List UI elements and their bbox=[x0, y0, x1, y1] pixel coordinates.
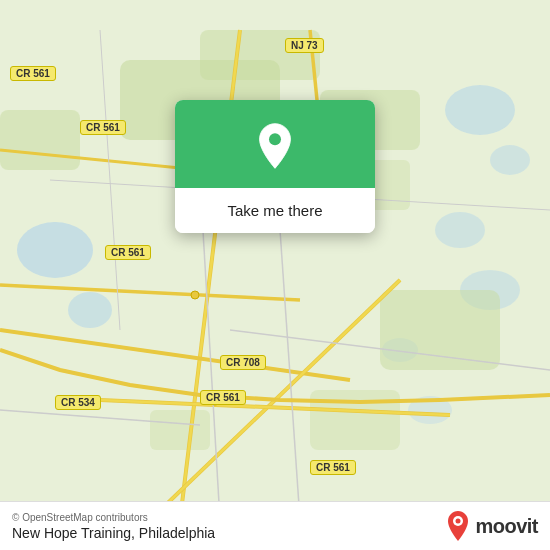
location-pin-icon bbox=[251, 122, 299, 170]
moovit-logo: moovit bbox=[445, 510, 538, 542]
popup-card: Take me there bbox=[175, 100, 375, 233]
road-label-cr561-top-left: CR 561 bbox=[10, 66, 56, 81]
take-me-there-button[interactable]: Take me there bbox=[175, 188, 375, 233]
bottom-bar: © OpenStreetMap contributors New Hope Tr… bbox=[0, 501, 550, 550]
location-title: New Hope Training, Philadelphia bbox=[12, 525, 215, 541]
road-label-cr708: CR 708 bbox=[220, 355, 266, 370]
svg-rect-14 bbox=[380, 290, 500, 370]
road-label-cr561-bottom: CR 561 bbox=[200, 390, 246, 405]
moovit-pin-icon bbox=[445, 510, 471, 542]
road-label-cr561-lower-left: CR 561 bbox=[105, 245, 151, 260]
svg-rect-15 bbox=[310, 390, 400, 450]
road-label-cr561-bottom-right: CR 561 bbox=[310, 460, 356, 475]
moovit-brand-text: moovit bbox=[475, 515, 538, 538]
svg-point-3 bbox=[445, 85, 515, 135]
road-label-cr561-mid-left: CR 561 bbox=[80, 120, 126, 135]
svg-rect-16 bbox=[150, 410, 210, 450]
road-label-cr534: CR 534 bbox=[55, 395, 101, 410]
svg-point-34 bbox=[191, 291, 199, 299]
svg-point-37 bbox=[456, 519, 461, 524]
svg-point-35 bbox=[269, 133, 281, 145]
svg-point-4 bbox=[490, 145, 530, 175]
bottom-left-info: © OpenStreetMap contributors New Hope Tr… bbox=[12, 512, 215, 541]
svg-point-2 bbox=[68, 292, 112, 328]
svg-rect-13 bbox=[0, 110, 80, 170]
map-container: CR 561 CR 561 CR 561 CR 561 CR 561 NJ 73… bbox=[0, 0, 550, 550]
attribution-text: © OpenStreetMap contributors bbox=[12, 512, 215, 523]
road-label-nj73: NJ 73 bbox=[285, 38, 324, 53]
popup-green-section bbox=[175, 100, 375, 188]
svg-point-1 bbox=[17, 222, 93, 278]
svg-point-5 bbox=[435, 212, 485, 248]
